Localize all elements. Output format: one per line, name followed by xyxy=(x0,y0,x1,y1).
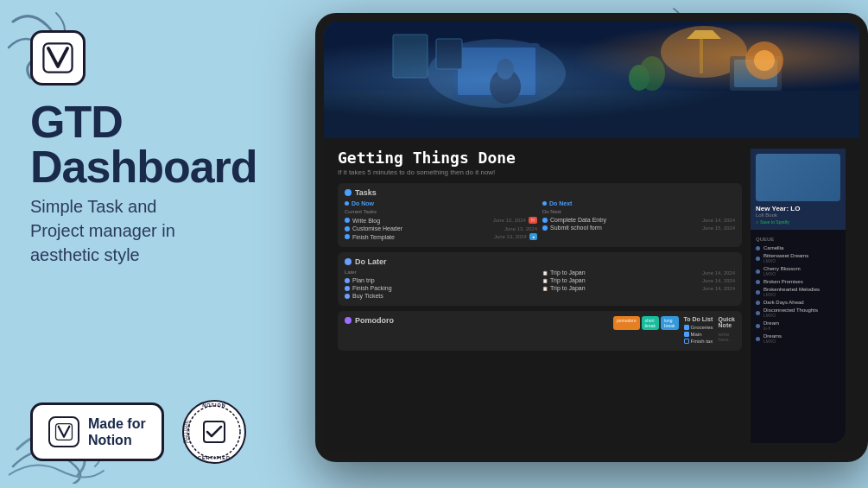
pomodoro-label: Pomodoro xyxy=(355,316,394,325)
svg-rect-27 xyxy=(393,35,428,78)
spotify-track-name: New Year: LO xyxy=(756,205,840,212)
svg-point-29 xyxy=(745,41,783,79)
tablet-screen: Getting Things Done If it takes 5 minute… xyxy=(324,22,859,453)
queue-info: Brokenhearted Melodies LMXO xyxy=(763,287,840,297)
subtitle-text: Simple Task andProject manager inaesthet… xyxy=(30,194,281,267)
task-dot xyxy=(345,234,350,239)
pomo-checkbox[interactable] xyxy=(684,325,689,330)
notion-content-area: Getting Things Done If it takes 5 minute… xyxy=(324,138,859,453)
task-item: Finish Template June 13, 2024 ● xyxy=(345,233,537,240)
queue-info: Cherry Blossom LMXO xyxy=(763,266,840,276)
page-title: GTD Dashboard xyxy=(30,99,281,189)
title-line1: GTD xyxy=(30,97,123,147)
svg-rect-13 xyxy=(324,22,859,138)
pomo-list-item: Finish tax xyxy=(684,339,713,344)
queue-track-name: Broken Promises xyxy=(763,279,840,284)
spotify-widget: New Year: LO Lofi Book ♪ Save to Spotify xyxy=(751,149,846,230)
tasks-section-header: Tasks xyxy=(345,188,735,197)
task-item: Plan trip xyxy=(345,277,537,283)
tablet-mockup: Getting Things Done If it takes 5 minute… xyxy=(298,13,868,484)
queue-artist: LMXO xyxy=(763,339,840,344)
svg-rect-33 xyxy=(759,180,794,195)
task-grid: Do Now Current Tasks Write Blog June 13,… xyxy=(345,200,735,242)
svg-point-30 xyxy=(754,50,775,71)
queue-dot xyxy=(756,301,760,305)
svg-text:NOTION: NOTION xyxy=(182,421,187,442)
queue-item: Bittersweet Dreams LMXO xyxy=(756,253,840,263)
badge-notion-logo-icon xyxy=(48,416,79,447)
svg-point-15 xyxy=(428,39,566,108)
task-dot xyxy=(542,218,548,223)
queue-dot xyxy=(756,280,760,284)
queue-item: Dark Days Ahead xyxy=(756,300,840,305)
tasks-section: Tasks Do Now Current Tasks xyxy=(338,183,742,247)
left-panel: GTD Dashboard Simple Task andProject man… xyxy=(0,0,311,488)
pomo-checkbox[interactable] xyxy=(684,332,689,337)
task-item: 📋 Trip to Japan June 14, 2024 xyxy=(542,285,735,291)
do-next-col: Do Next Do Next Complete Data Entry June… xyxy=(542,200,735,242)
notion-logo xyxy=(30,30,86,86)
do-later-label: Do Later xyxy=(355,257,387,266)
task-dot xyxy=(345,286,350,291)
queue-dot xyxy=(756,311,760,315)
pomo-list-item: Main xyxy=(684,332,713,337)
queue-item: Dreams LMXO xyxy=(756,333,840,344)
queue-artist: LMXO xyxy=(763,313,840,318)
quick-note-header: Quick Note xyxy=(719,316,735,328)
spotify-album-name: Lofi Book xyxy=(756,212,840,218)
later-subtitle: Later xyxy=(345,269,537,275)
do-later-right: 📋 Trip to Japan June 14, 2024 📋 Trip to … xyxy=(542,269,735,301)
do-next-label: Do Next xyxy=(542,209,735,214)
pomo-checkbox[interactable] xyxy=(684,339,689,344)
svg-rect-28 xyxy=(436,39,462,69)
quick-note-col: Quick Note write here.. xyxy=(719,316,735,345)
task-item: Buy Tickets xyxy=(345,293,537,299)
queue-item: Brokenhearted Melodies LMXO xyxy=(756,287,840,297)
queue-dot xyxy=(756,269,760,274)
tasks-dot xyxy=(345,189,352,196)
do-next-header: Do Next xyxy=(542,200,735,206)
svg-rect-26 xyxy=(734,60,777,87)
task-dot xyxy=(345,278,350,283)
svg-point-20 xyxy=(661,26,747,78)
short-break-btn[interactable]: short break xyxy=(642,316,660,330)
queue-dot xyxy=(756,337,760,341)
queue-dot xyxy=(756,324,760,328)
pomodoro-btn[interactable]: pomodoro xyxy=(613,316,640,330)
pomodoro-header-row: Pomodoro xyxy=(345,316,608,343)
task-item: 📋 Trip to Japan June 14, 2024 xyxy=(542,269,735,276)
do-later-dot xyxy=(345,258,352,265)
do-now-header: Do Now xyxy=(345,200,537,206)
queue-artist: lo-fi xyxy=(763,326,840,331)
task-item: Complete Data Entry June 14, 2024 xyxy=(542,217,735,223)
long-break-btn[interactable]: long break xyxy=(661,316,679,330)
queue-info: Camellia xyxy=(763,245,840,250)
spotify-save-link[interactable]: ♪ Save to Spotify xyxy=(756,219,840,225)
svg-point-23 xyxy=(639,56,665,91)
task-dot xyxy=(345,226,350,231)
task-item: Submit school form June 15, 2024 xyxy=(542,225,735,231)
svg-text:NOTION: NOTION xyxy=(202,402,225,408)
task-item: Write Blog June 13, 2024 !!! xyxy=(345,217,537,224)
notion-page-subtitle: If it takes 5 minutes to do something th… xyxy=(338,168,742,176)
svg-rect-32 xyxy=(759,160,794,194)
pomo-dot xyxy=(345,317,352,324)
task-item: Finish Packing xyxy=(345,285,537,291)
tablet-right-sidebar: New Year: LO Lofi Book ♪ Save to Spotify… xyxy=(751,149,846,443)
made-for-notion-badge: Made for Notion xyxy=(30,402,164,461)
pomo-list-item: Groceries xyxy=(684,325,713,330)
queue-dot xyxy=(756,257,760,261)
svg-point-19 xyxy=(497,59,514,79)
svg-rect-14 xyxy=(324,91,859,138)
svg-rect-31 xyxy=(756,156,840,199)
notion-page-title: Getting Things Done xyxy=(338,149,742,167)
svg-rect-21 xyxy=(700,39,703,73)
task-dot xyxy=(542,225,548,231)
do-later-left: Later Plan trip Finish Packing xyxy=(345,269,537,301)
badge-text: Made for Notion xyxy=(88,415,146,448)
queue-item: Dream lo-fi xyxy=(756,320,840,331)
queue-artist: LMXO xyxy=(763,258,840,263)
task-dot xyxy=(345,218,350,223)
task-item: 📋 Trip to Japan June 14, 2024 xyxy=(542,277,735,283)
notion-certified-badge: NOTION CERTIFIED CERTIFIED NOTION xyxy=(180,397,249,466)
